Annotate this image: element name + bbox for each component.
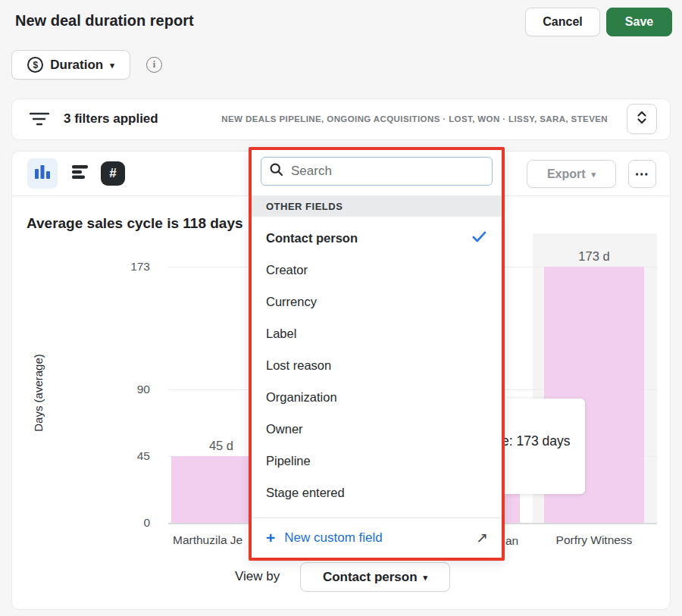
check-icon (472, 231, 486, 245)
new-custom-field-button[interactable]: + New custom field ↗ (252, 518, 502, 557)
dropdown-item-label[interactable]: Label (252, 317, 502, 349)
x-axis-label-1: Marthuzila Je (173, 533, 242, 547)
chevron-down-icon: ▾ (424, 574, 428, 582)
unfold-icon (635, 110, 649, 128)
cancel-button[interactable]: Cancel (525, 8, 600, 36)
y-axis-label: Days (average) (32, 330, 45, 455)
export-button[interactable]: Export ▾ (527, 160, 616, 188)
dropdown-item-creator[interactable]: Creator (252, 254, 502, 286)
report-page: New deal duration report Cancel Save $ D… (0, 0, 682, 616)
export-label: Export (547, 167, 586, 181)
field-dropdown: OTHER FIELDS Contact person Creator Curr… (249, 147, 505, 561)
view-by-value: Contact person (323, 570, 418, 585)
dropdown-item-currency[interactable]: Currency (252, 286, 502, 317)
chevron-down-icon: ▾ (592, 170, 596, 179)
ellipsis-icon: ⋯ (635, 165, 650, 183)
save-button[interactable]: Save (606, 8, 672, 36)
dropdown-item-lost-reason[interactable]: Lost reason (252, 349, 502, 381)
search-box[interactable] (261, 157, 493, 186)
more-options-button[interactable]: ⋯ (628, 160, 656, 188)
item-label: Stage entered (266, 486, 345, 500)
section-header: OTHER FIELDS (252, 195, 502, 217)
item-label: Creator (266, 263, 308, 277)
measure-label: Duration (50, 58, 103, 73)
item-label: Organization (266, 390, 337, 405)
item-label: Lost reason (266, 358, 331, 373)
y-axis-tick: 45 (105, 449, 150, 464)
item-label: Contact person (266, 231, 358, 245)
page-title: New deal duration report (15, 12, 194, 30)
info-icon[interactable]: i (146, 57, 162, 73)
plus-icon: + (266, 529, 275, 547)
dropdown-item-owner[interactable]: Owner (252, 413, 502, 445)
new-custom-field-label: New custom field (284, 530, 382, 546)
view-by-label: View by (235, 569, 280, 584)
filter-summary: NEW DEALS PIPELINE, ONGOING ACQUISITIONS… (221, 114, 608, 124)
y-axis-tick: 0 (105, 515, 150, 530)
dropdown-item-contact-person[interactable]: Contact person (252, 222, 502, 254)
measure-selector-button[interactable]: $ Duration ▾ (11, 50, 130, 80)
column-chart-icon (33, 162, 52, 185)
chart-title: Average sales cycle is 118 days (27, 215, 243, 232)
dropdown-item-pipeline[interactable]: Pipeline (252, 445, 502, 477)
item-label: Pipeline (266, 454, 311, 468)
chart-type-column-button[interactable] (27, 158, 58, 189)
y-axis-tick: 90 (105, 382, 150, 397)
search-icon (269, 162, 284, 180)
dropdown-item-stage-entered[interactable]: Stage entered (252, 477, 502, 508)
item-label: Owner (266, 422, 303, 436)
expand-filters-button[interactable] (627, 104, 657, 134)
tooltip-text: e: 173 days (502, 433, 570, 449)
item-label: Currency (266, 295, 317, 309)
x-axis-label-3-fragment: an (505, 534, 518, 548)
dropdown-item-organization[interactable]: Organization (252, 381, 502, 413)
chart-type-bar-button[interactable] (65, 158, 95, 189)
filters-applied-label: 3 filters applied (64, 111, 158, 127)
external-link-icon: ↗ (476, 529, 488, 546)
chevron-down-icon: ▾ (110, 61, 114, 70)
bar-chart-icon (71, 164, 89, 183)
bar-data-label: 173 d (544, 249, 644, 264)
filter-icon (29, 110, 50, 131)
hash-icon: # (109, 166, 116, 181)
chart-type-number-button[interactable]: # (101, 161, 125, 186)
search-input[interactable] (291, 164, 484, 179)
x-axis-label-4: Porfry Witness (533, 533, 655, 547)
view-by-selector-button[interactable]: Contact person ▾ (300, 562, 450, 592)
item-label: Label (266, 327, 296, 341)
y-axis-tick: 173 (105, 259, 150, 274)
dollar-circle-icon: $ (27, 57, 43, 73)
